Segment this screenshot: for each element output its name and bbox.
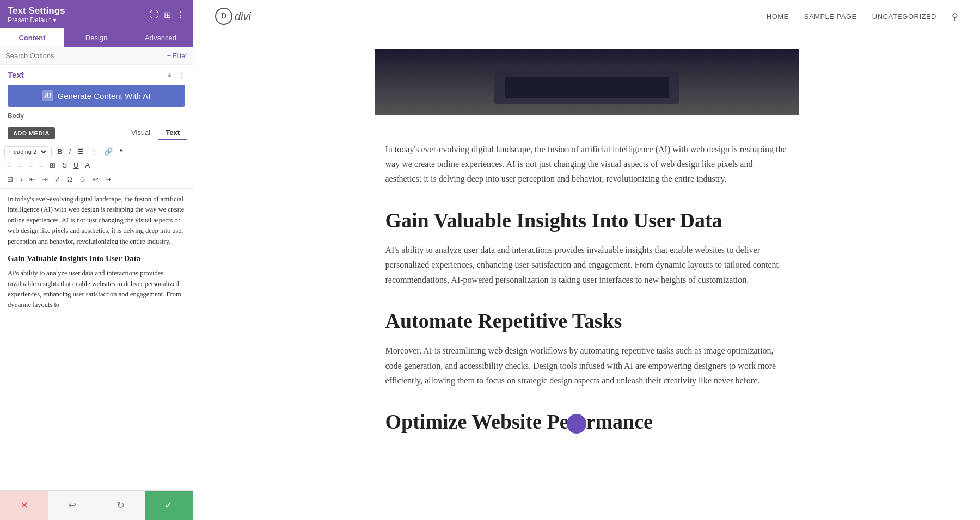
intro-paragraph: In today's ever-evolving digital landsca…	[385, 142, 788, 187]
undo-button[interactable]: ↩	[90, 174, 101, 185]
nav-uncategorized[interactable]: UNCATEGORIZED	[872, 13, 936, 21]
color-button[interactable]: A	[82, 159, 93, 171]
section1-heading: Gain Valuable Insights Into User Data	[385, 208, 788, 233]
purple-dot-icon	[567, 414, 586, 434]
redo-button[interactable]: ↻	[96, 491, 145, 520]
search-bar: + Filter	[0, 47, 193, 65]
special-btn2[interactable]: 𝑥	[17, 173, 26, 185]
panel-title: Text Settings	[8, 5, 65, 16]
align-right-button[interactable]: ≡	[26, 159, 35, 171]
ol-button[interactable]: ⋮	[88, 146, 100, 157]
fullscreen-editor-button[interactable]: ⤢	[52, 174, 63, 185]
align-left-button[interactable]: ≡	[4, 159, 14, 171]
site-nav: D divi HOME SAMPLE PAGE UNCATEGORIZED ⚲	[193, 0, 980, 33]
bold-button[interactable]: B	[54, 146, 65, 157]
ai-button-label: Generate Content With AI	[58, 91, 151, 101]
heading-select[interactable]: Heading 2	[4, 146, 48, 157]
toolbar-row-2: ≡ ≡ ≡ ≡ ⊞ S U A	[4, 158, 188, 172]
site-logo: D divi	[215, 8, 251, 25]
nav-sample[interactable]: SAMPLE PAGE	[804, 13, 857, 21]
right-panel: D divi HOME SAMPLE PAGE UNCATEGORIZED ⚲	[193, 0, 980, 520]
columns-icon[interactable]: ⊞	[164, 10, 171, 20]
emoji-button[interactable]: ☺	[76, 174, 89, 185]
reset-button[interactable]: ↩	[48, 491, 97, 520]
editor-paragraph-1: In today's ever-evolving digital landsca…	[8, 194, 185, 247]
text-section-header: Text ▲ ⋮	[0, 65, 193, 83]
ai-icon: AI	[42, 90, 53, 101]
section1-paragraph: AI's ability to analyze user data and in…	[385, 243, 788, 287]
save-button[interactable]: ✓	[145, 491, 193, 520]
strikethrough-button[interactable]: S	[59, 159, 70, 171]
indent-right-button[interactable]: ⇥	[39, 174, 51, 185]
tab-content[interactable]: Content	[0, 28, 64, 47]
content-area: In today's ever-evolving digital landsca…	[364, 142, 810, 488]
logo-icon: D	[215, 8, 232, 25]
logo-text: divi	[235, 10, 251, 23]
collapse-icon[interactable]: ▲	[166, 71, 173, 79]
panel-header: Text Settings Preset: Default ▾ ⛶ ⊞ ⋮	[0, 0, 193, 28]
italic-button[interactable]: I	[66, 146, 74, 157]
quote-button[interactable]: ❝	[117, 146, 126, 157]
add-media-button[interactable]: ADD MEDIA	[8, 127, 55, 139]
search-input[interactable]	[5, 52, 167, 60]
section-more-icon[interactable]: ⋮	[177, 70, 185, 79]
section-icons: ▲ ⋮	[166, 70, 185, 79]
section3-heading-text: Optimize Website Pe	[385, 410, 569, 433]
panel-preset[interactable]: Preset: Default ▾	[8, 16, 65, 24]
editor-heading-1: Gain Valuable Insights Into User Data	[8, 252, 185, 265]
toolbar-wrap: Heading 2 B I ☰ ⋮ 🔗 ❝ ≡ ≡ ≡ ≡ ⊞ S U A ⊞ …	[0, 143, 193, 189]
indent-left-button[interactable]: ⇤	[27, 174, 38, 185]
editor-paragraph-2: AI's ability to analyze user data and in…	[8, 268, 185, 311]
section3-heading: Optimize Website Permance	[385, 410, 788, 435]
site-nav-links: HOME SAMPLE PAGE UNCATEGORIZED ⚲	[767, 11, 958, 22]
panel-tabs: Content Design Advanced	[0, 28, 193, 47]
section2-heading: Automate Repetitive Tasks	[385, 309, 788, 334]
hero-image-container	[193, 39, 980, 131]
tab-text[interactable]: Text	[158, 126, 187, 140]
left-panel: Text Settings Preset: Default ▾ ⛶ ⊞ ⋮ Co…	[0, 0, 193, 520]
redo-toolbar-button[interactable]: ↪	[102, 174, 114, 185]
text-section-title: Text	[8, 70, 24, 79]
editor-tabs: Visual Text	[124, 126, 187, 140]
search-nav-icon[interactable]: ⚲	[952, 11, 958, 22]
ul-button[interactable]: ☰	[75, 146, 87, 157]
panel-header-icons: ⛶ ⊞ ⋮	[150, 10, 185, 20]
align-justify-button[interactable]: ≡	[36, 159, 46, 171]
panel-header-left: Text Settings Preset: Default ▾	[8, 5, 65, 24]
editor-toolbar-top: ADD MEDIA Visual Text	[0, 123, 193, 143]
panel-footer: ✕ ↩ ↻ ✓	[0, 490, 193, 520]
table-button[interactable]: ⊞	[47, 159, 58, 171]
intro-block: In today's ever-evolving digital landsca…	[385, 142, 788, 187]
hero-image	[375, 49, 799, 115]
hero-svg	[375, 49, 799, 115]
cancel-button[interactable]: ✕	[0, 491, 48, 520]
section2-paragraph: Moreover, AI is streamlining web design …	[385, 343, 788, 388]
body-label: Body	[0, 112, 193, 123]
svg-rect-2	[505, 77, 669, 98]
special-btn1[interactable]: ⊞	[4, 174, 16, 185]
section3-block: Optimize Website Permance	[385, 410, 788, 435]
fullscreen-icon[interactable]: ⛶	[150, 10, 158, 20]
omega-button[interactable]: Ω	[64, 174, 75, 185]
more-icon[interactable]: ⋮	[176, 10, 185, 20]
toolbar-row-1: Heading 2 B I ☰ ⋮ 🔗 ❝	[4, 145, 188, 158]
tab-advanced[interactable]: Advanced	[128, 28, 193, 47]
toolbar-row-3: ⊞ 𝑥 ⇤ ⇥ ⤢ Ω ☺ ↩ ↪	[4, 172, 188, 186]
link-button[interactable]: 🔗	[101, 146, 115, 157]
editor-content[interactable]: In today's ever-evolving digital landsca…	[0, 189, 193, 490]
filter-button[interactable]: + Filter	[167, 52, 187, 60]
ai-generate-button[interactable]: AI Generate Content With AI	[8, 85, 185, 107]
underline-button[interactable]: U	[71, 159, 81, 171]
tab-design[interactable]: Design	[64, 28, 128, 47]
section2-block: Automate Repetitive Tasks Moreover, AI i…	[385, 309, 788, 388]
nav-home[interactable]: HOME	[767, 13, 789, 21]
section3-heading-rest: rmance	[586, 410, 653, 433]
section1-block: Gain Valuable Insights Into User Data AI…	[385, 208, 788, 287]
align-center-button[interactable]: ≡	[15, 159, 25, 171]
tab-visual[interactable]: Visual	[124, 126, 158, 140]
